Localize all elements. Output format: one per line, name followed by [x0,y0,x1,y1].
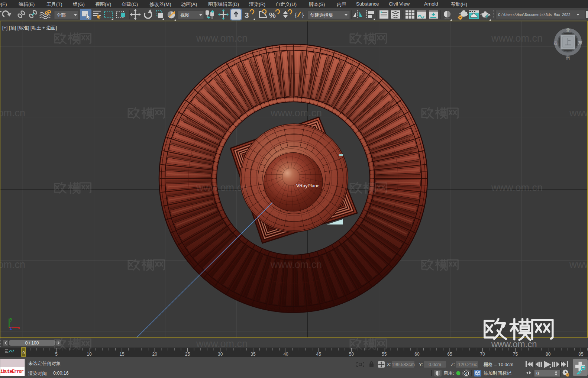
svg-text:www.om.cn: www.om.cn [491,33,543,44]
svg-text:-120.216c: -120.216c [456,362,477,367]
svg-text:www.om.cn: www.om.cn [196,33,248,44]
svg-text:Z:: Z: [451,362,455,367]
svg-text:0 / 100: 0 / 100 [25,340,39,346]
svg-text:www.om.cn: www.om.cn [270,107,322,119]
svg-text:www.om.cn: www.om.cn [270,259,322,270]
svg-text:栅格 = 10.0cm: 栅格 = 10.0cm [484,362,513,367]
svg-text:0.0cm: 0.0cm [429,362,441,367]
svg-text:www.om.cn: www.om.cn [0,259,25,270]
svg-text:www.om.cn: www.om.cn [196,182,248,193]
svg-text:南: 南 [566,55,570,61]
svg-text:z: z [10,326,12,331]
svg-text:VRayPlane: VRayPlane [296,183,320,188]
svg-text:0: 0 [536,371,539,376]
svg-text:0: 0 [465,371,467,375]
svg-text:北: 北 [566,28,570,33]
svg-text:[+] [顶] [标准] [粘土 + 边面]: [+] [顶] [标准] [粘土 + 边面] [2,25,57,30]
svg-text:199.583cm: 199.583cm [392,362,415,367]
svg-text:西: 西 [553,40,558,45]
svg-text:www.om.cn: www.om.cn [0,107,25,119]
svg-text:x: x [18,325,20,330]
svg-text:Y:: Y: [419,362,423,367]
svg-text:www.om.cn: www.om.cn [569,259,588,270]
svg-text:X:: X: [387,362,391,367]
svg-text:www.om.cn: www.om.cn [569,107,588,119]
svg-text:www.om.cn: www.om.cn [491,182,543,193]
svg-text:添加时间标记: 添加时间标记 [484,371,511,376]
svg-text:东: 东 [578,40,582,45]
svg-text:y: y [10,316,12,322]
svg-text:启用:: 启用: [443,371,454,376]
